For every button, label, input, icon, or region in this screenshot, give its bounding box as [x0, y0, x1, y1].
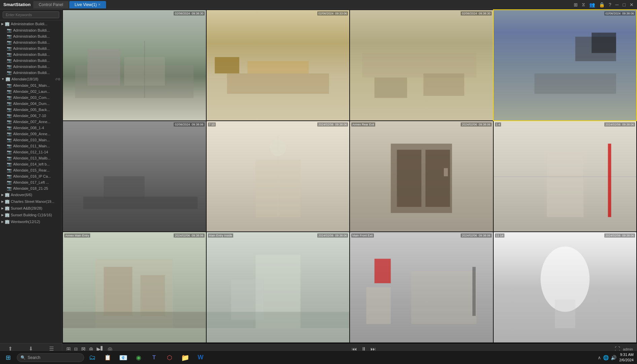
camera-cell-6[interactable]: 7 10 2024/02/06 09:38:06 [207, 121, 350, 231]
tree-group-sunset-ab-header[interactable]: ▶ 🏢 Sunset A&B(28/28) [0, 205, 62, 212]
camera-cell-12[interactable]: 11 14 2024/02/06 09:38:06 [494, 232, 637, 342]
camera-cell-5[interactable]: 02/06/2024 09:38:06 [63, 121, 206, 231]
taskbar-app-chrome[interactable]: ◉ [131, 351, 146, 364]
camera-cell-11[interactable]: Main Front Exit 2024/02/06 09:38:06 [350, 232, 493, 342]
tree-group-andover-header[interactable]: ▶ 🏢 Andover(6/6) [0, 191, 62, 198]
tab-close-icon[interactable]: ✕ [98, 3, 101, 6]
user-group-icon[interactable]: 👥 [589, 2, 595, 7]
list-item[interactable]: 📷Allendale_016_IP Ca... [0, 173, 62, 179]
taskbar-app-file-manager[interactable]: 📁 [178, 351, 192, 364]
cam-timestamp-8: 2024/02/06 09:38:06 [604, 122, 635, 126]
close-icon[interactable]: ✕ [630, 2, 634, 7]
list-item[interactable]: 📷Allendale_014_left b... [0, 161, 62, 167]
sound-icon[interactable]: 🔊 [611, 355, 616, 360]
camera-icon: 📷 [7, 89, 12, 94]
system-clock[interactable]: 9:31 AM 2/6/2024 [619, 352, 634, 363]
tree-group-sunset-c-header[interactable]: ▶ 🏢 Sunset Building C(16/16) [0, 212, 62, 218]
list-item[interactable]: 📷Allendale_006_7-10 [0, 113, 62, 119]
list-item[interactable]: 📷Administration Buildi... [0, 51, 62, 58]
search-icon: 🔍 [21, 355, 26, 360]
list-item[interactable]: 📷Allendale_004_Dum... [0, 101, 62, 107]
camera-cell-2[interactable]: 02/06/2024 09:33:06 [207, 10, 350, 120]
list-item[interactable]: 📷Allendale_018_21-25 [0, 185, 62, 191]
taskbar-app-unknown2[interactable]: ⬡ [162, 351, 177, 364]
taskbar-right: ∧ 🌐 🔊 9:31 AM 2/6/2024 [598, 352, 637, 363]
lock-icon[interactable]: 🔒 [599, 2, 605, 7]
search-input[interactable] [3, 11, 59, 18]
maximize-icon[interactable]: □ [623, 2, 626, 7]
tree-group-charles: ▶ 🏢 Charles Street Manor(19... [0, 198, 62, 205]
camera-icon: 📷 [7, 107, 12, 112]
tree-group-admin-header[interactable]: ▶ 🏢 Administration Buildi... [0, 21, 62, 27]
camera-cell-7[interactable]: Annex Rear Exit 2024/02/06 09:38:06 [350, 121, 493, 231]
cam-timestamp-6: 2024/02/06 09:38:06 [317, 122, 348, 126]
tab-control-panel[interactable]: Control Panel [33, 1, 69, 8]
cam-title-8: 1 4 [495, 122, 501, 126]
cam-timestamp-11: 2024/02/06 09:38:06 [461, 233, 491, 238]
network-icon[interactable]: 🌐 [603, 355, 609, 360]
list-item[interactable]: 📷Administration Buildi... [0, 45, 62, 51]
grid-icon[interactable]: ⊞ [574, 2, 578, 7]
camera-grid: 02/06/2024 09:38:30 02/06/2024 09:33:06 [62, 9, 637, 344]
camera-cell-3[interactable]: 02/06/2024 09:38:30 [350, 10, 493, 120]
list-item[interactable]: 📷Allendale_003_Com... [0, 95, 62, 101]
cam-timestamp-1: 02/06/2024 09:38:30 [174, 11, 204, 15]
camera-icon: 📷 [7, 186, 12, 191]
list-item[interactable]: 📷Administration Buildi... [0, 70, 62, 76]
camera-icon: 📷 [7, 174, 12, 179]
filter-icon[interactable]: ⧖ [582, 2, 585, 7]
list-item[interactable]: 📷Allendale_009_Anne... [0, 131, 62, 137]
list-item[interactable]: 📷Allendale_011_Main... [0, 143, 62, 149]
camera-icon: 📷 [7, 46, 12, 51]
list-item[interactable]: 📷Allendale_001_Main... [0, 82, 62, 88]
refresh-icon[interactable]: ↺ [55, 77, 58, 81]
list-item[interactable]: 📷Allendale_008_1-4 [0, 125, 62, 131]
list-item[interactable]: 📷Allendale_002_Laun... [0, 88, 62, 95]
tree-group-wentworth: ▶ 🏢 Wentworth(12/12) [0, 218, 62, 225]
chevron-up-icon[interactable]: ∧ [598, 355, 601, 360]
building-icon: 🏢 [5, 77, 10, 81]
camera-cell-9[interactable]: Annex Main Entry 2024/02/06 09:38:06 [63, 232, 206, 342]
start-button[interactable]: ⊞ [0, 351, 16, 364]
camera-icon: 📷 [7, 125, 12, 130]
tree-group-allendale-header[interactable]: ▼ 🏢 Allendale(18/18) ↺ ⚙ [0, 76, 62, 82]
taskbar-app-file-explorer[interactable]: 🗂 [85, 351, 100, 364]
list-item[interactable]: 📷Administration Buildi... [0, 58, 62, 64]
taskbar-app-word[interactable]: W [193, 351, 208, 364]
clock-time: 9:31 AM [619, 352, 634, 357]
list-item[interactable]: 📷Administration Buildi... [0, 27, 62, 33]
tree-group-wentworth-header[interactable]: ▶ 🏢 Wentworth(12/12) [0, 218, 62, 225]
list-item[interactable]: 📷Allendale_007_Anne... [0, 119, 62, 125]
list-item[interactable]: 📷Allendale_017_Left ... [0, 179, 62, 185]
list-item[interactable]: 📷Administration Buildi... [0, 39, 62, 45]
camera-cell-8[interactable]: 1 4 2024/02/06 09:38:06 [494, 121, 637, 231]
list-item[interactable]: 📷Allendale_012_11-14 [0, 149, 62, 155]
taskbar-app-teams[interactable]: T [147, 351, 162, 364]
file-explorer-icon: 🗂 [89, 354, 96, 361]
group-name-andover: Andover(6/6) [11, 193, 61, 197]
list-item[interactable]: 📷Allendale_013_Mailb... [0, 155, 62, 161]
taskbar-app-unknown1[interactable]: 📋 [100, 351, 115, 364]
help-icon[interactable]: ? [609, 2, 611, 7]
cam-title-9: Annex Main Entry [64, 233, 90, 238]
minimize-icon[interactable]: ─ [615, 2, 619, 7]
camera-cell-1[interactable]: 02/06/2024 09:38:30 [63, 10, 206, 120]
camera-icon: 📷 [7, 144, 12, 148]
list-item[interactable]: 📷Allendale_010_Main... [0, 137, 62, 143]
settings-icon[interactable]: ⚙ [58, 77, 61, 81]
cam-timestamp-2: 02/06/2024 09:33:06 [317, 11, 348, 15]
cam-title-12: 11 14 [495, 233, 505, 238]
list-item[interactable]: 📷Administration Buildi... [0, 33, 62, 39]
list-item[interactable]: 📷Allendale_005_Back... [0, 107, 62, 113]
taskbar-search[interactable]: 🔍 Search [17, 353, 84, 362]
tab-live-view[interactable]: Live View(1) ✕ [69, 1, 106, 8]
tree-group-charles-header[interactable]: ▶ 🏢 Charles Street Manor(19... [0, 198, 62, 205]
taskbar-app-outlook[interactable]: 📧 [116, 351, 131, 364]
unknown1-icon: 📋 [104, 354, 111, 361]
list-item[interactable]: 📷Administration Buildi... [0, 64, 62, 70]
list-item[interactable]: 📷Allendale_015_Rear... [0, 167, 62, 173]
camera-cell-4[interactable]: 02/06/2024 09:38:06 [494, 10, 637, 120]
camera-cell-10[interactable]: Main Entry Inside 2024/02/06 09:38:06 [207, 232, 350, 342]
tree-group-allendale: ▼ 🏢 Allendale(18/18) ↺ ⚙ 📷Allendale_001_… [0, 76, 62, 191]
cam-timestamp-9: 2024/02/06 09:38:06 [174, 233, 204, 238]
